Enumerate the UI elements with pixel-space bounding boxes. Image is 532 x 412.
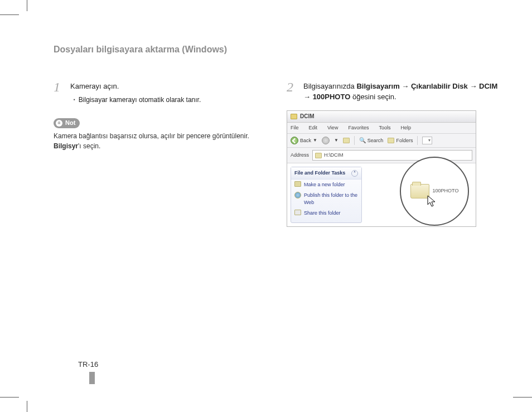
- zoom-circle: 100PHOTO: [400, 157, 469, 226]
- step-1-subtext: Bilgisayar kamerayı otomatik olarak tanı…: [74, 95, 201, 105]
- note-badge-label: Not: [65, 119, 75, 128]
- address-folder-icon: [315, 153, 322, 158]
- tasks-panel: File and Folder Tasks ˄ Make a new folde…: [291, 167, 362, 222]
- menu-tools: Tools: [376, 124, 393, 132]
- explorer-toolbar: Back ▼ ▼ 🔍Search Folders: [287, 134, 476, 148]
- views-dropdown-icon: [422, 137, 432, 144]
- share-icon: [294, 210, 301, 215]
- plus-icon: +: [56, 120, 62, 127]
- page-tab-marker: [89, 372, 95, 384]
- step-1-number: 1: [54, 80, 64, 105]
- explorer-menubar: File Edit View Favorites Tools Help: [287, 123, 476, 134]
- step-2-number: 2: [287, 80, 297, 103]
- address-value: H:\DCIM: [324, 152, 344, 159]
- up-icon: [343, 138, 350, 143]
- step-1-text: Kamerayı açın.: [70, 81, 201, 92]
- left-column: 1 Kamerayı açın. Bilgisayar kamerayı oto…: [54, 80, 265, 227]
- tasks-header: File and Folder Tasks: [294, 169, 345, 177]
- cursor-icon: [427, 195, 438, 208]
- step-2-text: Bilgisayarınızda Bilgisayarım → Çıkarıla…: [303, 80, 499, 103]
- menu-favorites: Favorites: [346, 124, 371, 132]
- forward-icon: [322, 137, 330, 144]
- zoom-folder-label: 100PHOTO: [433, 187, 459, 195]
- address-label: Address: [291, 152, 309, 159]
- task-publish: Publish this folder to the Web: [304, 192, 358, 206]
- collapse-icon: ˄: [351, 170, 358, 177]
- explorer-title: DCIM: [300, 113, 315, 121]
- explorer-screenshot: DCIM File Edit View Favorites Tools Help…: [287, 110, 476, 227]
- menu-edit: Edit: [307, 124, 320, 132]
- back-icon: [291, 137, 298, 144]
- globe-icon: [294, 192, 301, 198]
- note-text: Kamera bağlantısı başarısız olursa, açıl…: [54, 132, 265, 151]
- folder-icon: [291, 114, 297, 119]
- menu-file: File: [288, 124, 301, 132]
- toolbar-folders: Folders: [396, 137, 413, 144]
- toolbar-search: Search: [367, 137, 384, 144]
- folders-icon: [388, 138, 394, 143]
- menu-help: Help: [398, 124, 413, 132]
- note-badge: + Not: [54, 118, 80, 128]
- right-column: 2 Bilgisayarınızda Bilgisayarım → Çıkarı…: [287, 80, 499, 227]
- new-folder-icon: [294, 181, 301, 187]
- task-new-folder: Make a new folder: [304, 181, 345, 188]
- explorer-titlebar: DCIM: [287, 111, 476, 123]
- search-icon: 🔍: [359, 137, 366, 145]
- page-title: Dosyaları bilgisayara aktarma (Windows): [54, 45, 499, 55]
- toolbar-back: Back: [300, 137, 311, 144]
- task-share: Share this folder: [304, 210, 341, 217]
- menu-view: View: [325, 124, 340, 132]
- page-number: TR-16: [78, 360, 98, 369]
